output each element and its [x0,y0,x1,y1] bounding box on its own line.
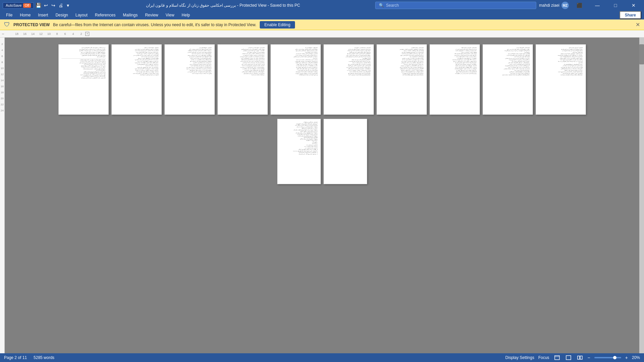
search-input[interactable] [386,3,520,8]
customize-icon[interactable]: ▾ [65,3,71,8]
vruler-10: 10 [0,65,4,71]
page-6-content: فصل پنجم: تحولات قانونی حقوق زنان در دهه… [324,45,374,114]
page-11-content: فصل دهم: نتیجه گیری و پیشنهادات این پژوه… [278,119,320,184]
ruler-num-6: 6 [61,32,69,36]
ruler-num-4: 4 [69,32,77,36]
menu-references[interactable]: References [92,11,119,19]
focus-label[interactable]: Focus [538,355,549,360]
autosave-label: AutoSave [6,3,22,7]
menu-insert[interactable]: Insert [35,11,51,19]
protected-title: PROTECTED VIEW [13,22,50,27]
autosave-state: Off [23,3,31,8]
restore-btn[interactable]: □ [608,0,623,11]
svg-rect-2 [566,356,571,360]
menu-bar: File Home Insert Design Layout Reference… [0,11,644,19]
save-icon[interactable]: 💾 [36,3,41,8]
page-3[interactable]: فصل دوم: حقوق اقتصادی زنان زنان در اسلام… [164,44,215,115]
ruler-num-8: 8 [53,32,61,36]
title-bar: AutoSave Off 💾 ↩ ↪ 🖨 ▾ بررسی احکامی حقوق… [0,0,644,11]
page-8[interactable]: فصل هفتم: نقش زنان در فقه و اجتهاد از دی… [430,44,480,115]
read-view-btn[interactable] [576,354,584,361]
vruler-4: 4 [0,47,4,53]
word-count: 5285 words [34,355,54,360]
menu-layout[interactable]: Layout [72,11,91,19]
ruler-end-marker: × [85,32,89,36]
vruler-2: 2 [0,41,4,47]
user-avatar: MZ [561,2,569,9]
print-layout-view-btn[interactable] [553,354,561,361]
page-6[interactable]: فصل پنجم: تحولات قانونی حقوق زنان در دهه… [324,44,374,115]
print-icon[interactable]: 🖨 [58,3,63,8]
menu-help[interactable]: Help [178,11,193,19]
menu-view[interactable]: View [162,11,178,19]
vertical-ruler: 2 4 6 8 10 12 14 16 18 20 22 24 [0,38,5,353]
menu-review[interactable]: Review [142,11,161,19]
minimize-btn[interactable]: — [590,0,605,11]
close-protected-bar-icon[interactable]: ✕ [636,21,640,28]
svg-rect-4 [580,356,582,359]
display-settings-label[interactable]: Display Settings [505,355,534,360]
page-7-content: فصل ششم: مقایسه تطبیقی در این فصل، احکام… [377,45,427,114]
protected-view-bar: 🛡 PROTECTED VIEW Be careful—files from t… [0,19,644,30]
ruler-num-14: 14 [29,32,37,36]
page-12-content [324,119,367,184]
page-9[interactable]: فصل هشتم: چالش های اجرایی علاوه بر نواقص… [483,44,533,115]
menu-design[interactable]: Design [52,11,71,19]
autosave-toggle[interactable]: AutoSave Off [3,2,34,9]
vruler-6: 6 [0,53,4,59]
close-btn[interactable]: ✕ [626,0,641,11]
document-area[interactable]: بررسی احکامی حقوق زنان از نگاه اسلام و ق… [5,38,639,353]
vertical-scrollbar[interactable] [639,38,644,353]
document-title: بررسی احکامی حقوق زنان از نگاه اسلام و ق… [71,3,375,8]
statusbar-right: Display Settings Focus − + 20% [505,354,640,361]
page-10-content: فصل نهم: آموزش و توانمندسازی توانمندسازی… [536,45,586,114]
page-5[interactable]: فصل چهارم: حقوق کیفری زنان در نظام کیفری… [270,44,321,115]
page-2[interactable]: فصل اول: حقوق خانواده در اسلام ازدواج یک… [111,44,162,115]
enable-editing-button[interactable]: Enable Editing [260,21,295,29]
menu-file[interactable]: File [3,11,16,19]
search-box[interactable]: 🔍 [375,2,536,9]
vruler-16: 16 [0,83,4,89]
pages-row-1: بررسی احکامی حقوق زنان از نگاه اسلام و ق… [58,44,586,115]
page-4[interactable]: فصل سوم: حقوق سیاسی و اجتماعی در دوران م… [217,44,268,115]
page-1-content: بررسی احکامی حقوق زنان از نگاه اسلام و ق… [59,45,108,114]
scrollbar-thumb[interactable] [639,44,644,64]
vruler-18: 18 [0,89,4,95]
undo-icon[interactable]: ↩ [43,3,49,8]
zoom-slider[interactable] [594,357,621,358]
user-name: mahdi ziaei [539,3,559,8]
page-4-content: فصل سوم: حقوق سیاسی و اجتماعی در دوران م… [218,45,267,114]
ribbon-display-btn[interactable]: ⬛ [572,0,587,11]
user-info: mahdi ziaei MZ [539,2,569,9]
ruler-num-10: 10 [45,32,53,36]
menu-home[interactable]: Home [16,11,34,19]
page-3-content: فصل دوم: حقوق اقتصادی زنان زنان در اسلام… [165,45,214,114]
vruler-24: 24 [0,107,4,113]
share-button[interactable]: Share [620,11,641,19]
menu-mailings[interactable]: Mailings [119,11,141,19]
zoom-in-icon[interactable]: + [625,355,628,360]
page-11[interactable]: فصل دهم: نتیجه گیری و پیشنهادات این پژوه… [277,119,321,184]
ruler-num-18: 18 [13,32,21,36]
zoom-out-icon[interactable]: − [588,355,590,360]
search-icon: 🔍 [379,3,384,8]
page-2-content: فصل اول: حقوق خانواده در اسلام ازدواج یک… [112,45,161,114]
ruler-num-12: 12 [37,32,45,36]
vruler-14: 14 [0,77,4,83]
page-1[interactable]: بررسی احکامی حقوق زنان از نگاه اسلام و ق… [58,44,109,115]
vruler-22: 22 [0,101,4,107]
svg-rect-3 [578,356,580,359]
shield-icon: 🛡 [4,21,10,28]
web-layout-view-btn[interactable] [565,354,572,361]
page-10[interactable]: فصل نهم: آموزش و توانمندسازی توانمندسازی… [536,44,586,115]
ruler-num-16: 16 [21,32,29,36]
page-7[interactable]: فصل ششم: مقایسه تطبیقی در این فصل، احکام… [377,44,427,115]
redo-icon[interactable]: ↪ [51,3,56,8]
vruler-20: 20 [0,95,4,101]
page-5-content: فصل چهارم: حقوق کیفری زنان در نظام کیفری… [271,45,320,114]
page-12[interactable] [324,119,367,184]
zoom-level: 20% [632,355,640,360]
zoom-thumb [613,356,616,359]
page-info: Page 2 of 11 [4,355,27,360]
titlebar-left: AutoSave Off 💾 ↩ ↪ 🖨 ▾ [3,2,71,9]
